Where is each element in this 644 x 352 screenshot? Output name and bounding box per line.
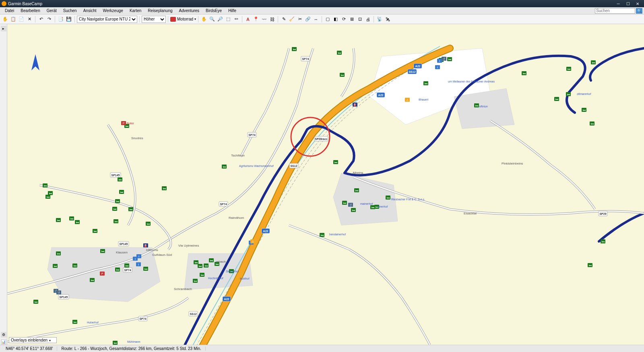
tool-select-icon[interactable]: ⬚ [225, 16, 232, 23]
svg-text:🛏: 🛏 [589, 264, 592, 267]
svg-text:⛽: ⛽ [144, 244, 148, 247]
tool-paste-icon[interactable]: 📄 [18, 16, 25, 23]
svg-text:🛏: 🛏 [338, 51, 341, 54]
menu-geraet[interactable]: Gerät [43, 8, 60, 13]
tool-fit-icon[interactable]: ⊞ [348, 16, 355, 23]
menu-werkzeuge[interactable]: Werkzeuge [99, 8, 126, 13]
search-button[interactable]: 🔍 [636, 8, 642, 14]
tool-join-icon[interactable]: 🔗 [304, 16, 312, 23]
tool-undo-icon[interactable]: ↶ [37, 16, 45, 23]
road-shield-label: A22 [415, 65, 421, 68]
svg-text:🛏: 🛏 [199, 265, 202, 268]
menu-reiseplanung[interactable]: Reiseplanung [144, 8, 175, 13]
svg-text:🛏: 🛏 [114, 342, 117, 344]
menu-suchen[interactable]: Suchen [60, 8, 80, 13]
map-label: Klausen [116, 251, 128, 254]
svg-text:⛽: ⛽ [353, 103, 357, 107]
svg-text:🍴: 🍴 [442, 57, 446, 61]
minimize-button[interactable]: ─ [613, 2, 623, 6]
tool-draw-icon[interactable]: ✏ [233, 16, 240, 23]
tool-text-icon[interactable]: A [244, 16, 252, 23]
road-shield-label: SS12 [290, 165, 297, 167]
tool-rotate-icon[interactable]: ⟳ [340, 16, 347, 23]
tool-zoom-in-icon[interactable]: 🔍 [208, 16, 216, 23]
svg-text:🛏: 🛏 [555, 98, 558, 101]
map-product-select[interactable]: City Navigator Europe NTU 2024.2 [77, 16, 137, 23]
tool-zoom-out-icon[interactable]: 🔎 [217, 16, 224, 23]
svg-text:🛏: 🛏 [144, 268, 147, 270]
tool-track-icon[interactable]: ⛓ [268, 16, 276, 23]
tool-2d-icon[interactable]: ▢ [324, 16, 331, 23]
svg-text:🛏: 🛏 [35, 301, 37, 303]
menu-bearbeiten[interactable]: Bearbeiten [17, 8, 43, 13]
svg-text:🛏: 🛏 [387, 196, 390, 199]
svg-text:🛏: 🛏 [475, 104, 478, 107]
svg-text:🛏: 🛏 [334, 161, 337, 164]
tool-list-icon[interactable]: 📑 [57, 16, 64, 23]
tool-center-icon[interactable]: ⊡ [356, 16, 363, 23]
sidebar-panel-1[interactable]: ▸ [1, 26, 6, 31]
map-label: Steinerhof [226, 270, 239, 273]
tool-move-icon[interactable]: ↔ [312, 16, 320, 23]
svg-text:🛏: 🛏 [114, 208, 116, 210]
svg-text:🛏: 🛏 [116, 200, 119, 203]
map-svg: A22SS12A22SP74SP74SP28raccSS12SP74A22SP1… [7, 24, 644, 345]
map-label: troblhof [240, 277, 249, 280]
svg-text:🛏: 🛏 [126, 264, 128, 267]
tool-gps-icon[interactable]: 📡 [376, 16, 383, 23]
svg-text:🛏: 🛏 [602, 240, 605, 243]
tool-birdseye-icon[interactable]: 🛰 [384, 16, 391, 23]
svg-text:🛏: 🛏 [223, 165, 226, 168]
menu-hilfe[interactable]: Hilfe [225, 8, 239, 13]
map-label: illhauerl [419, 98, 429, 101]
svg-text:🛏: 🛏 [352, 209, 355, 212]
map-label: Agriturismo Wachsmannhof [239, 165, 274, 168]
detail-level-select[interactable]: Höher [142, 16, 166, 23]
status-route-info: Route: L - 266 - Wurzjoch, Gesamtdistanz… [57, 346, 205, 351]
svg-text:🛏: 🛏 [101, 250, 104, 253]
map-label: Via Uytmeines [178, 244, 199, 247]
map-label: Riesbacher F.M & C. S.n.c. [391, 198, 425, 201]
activity-profile[interactable]: Motorrad ▾ [170, 17, 196, 22]
menu-datei[interactable]: Datei [2, 8, 17, 13]
tool-3d-icon[interactable]: ◧ [332, 16, 339, 23]
tool-copy-icon[interactable]: 📋 [10, 16, 17, 23]
tool-erase-icon[interactable]: 🧹 [288, 16, 295, 23]
road-shield-label: SP145 [59, 296, 68, 298]
road-shield-label: SS12 [190, 313, 196, 315]
tool-device-icon[interactable]: 💾 [65, 16, 72, 23]
tool-waypoint-icon[interactable]: 📍 [252, 16, 260, 23]
sidebar-prop-2[interactable]: 📊 [1, 339, 6, 345]
svg-text:Boiler: Boiler [127, 122, 134, 125]
road-shield-label: SP74 [139, 317, 146, 320]
menu-ansicht[interactable]: Ansicht [80, 8, 100, 13]
svg-text:P: P [101, 272, 103, 275]
tool-delete-icon[interactable]: ✕ [26, 16, 33, 23]
svg-text:🛏: 🛏 [341, 74, 344, 76]
tool-pan-icon[interactable]: ✋ [200, 16, 208, 23]
svg-text:🛏: 🛏 [592, 61, 595, 64]
menu-adventures[interactable]: Adventures [176, 8, 203, 13]
map-canvas[interactable]: A22SS12A22SP74SP74SP28raccSS12SP74A22SP1… [7, 24, 644, 345]
search-input[interactable] [595, 8, 635, 14]
tool-route-icon[interactable]: 〰 [260, 16, 268, 23]
svg-text:🛏: 🛏 [201, 274, 204, 276]
tool-split-icon[interactable]: ✂ [296, 16, 303, 23]
sidebar-prop-1[interactable]: ⚙ [1, 332, 6, 338]
svg-text:⚠: ⚠ [406, 99, 409, 101]
map-label: Huberhof [87, 321, 99, 324]
maximize-button[interactable]: ☐ [623, 2, 633, 6]
overlays-toggle-button[interactable]: Overlays einblenden [9, 337, 57, 343]
menu-karten[interactable]: Karten [126, 8, 144, 13]
tool-print-icon[interactable]: 🖨 [364, 16, 372, 23]
menu-birdseye[interactable]: BirdsEye [202, 8, 225, 13]
map-label: zillmannhof [577, 93, 591, 95]
tool-insert-icon[interactable]: ✎ [280, 16, 287, 23]
map-label: Tschifnon [231, 154, 245, 157]
tool-redo-icon[interactable]: ↷ [45, 16, 53, 23]
svg-text:P: P [123, 122, 125, 125]
tool-hand-icon[interactable]: ✋ [2, 16, 9, 23]
map-label: Mühlmann [127, 340, 140, 343]
svg-text:🛏: 🛏 [205, 264, 208, 267]
close-button[interactable]: ✕ [633, 2, 642, 6]
